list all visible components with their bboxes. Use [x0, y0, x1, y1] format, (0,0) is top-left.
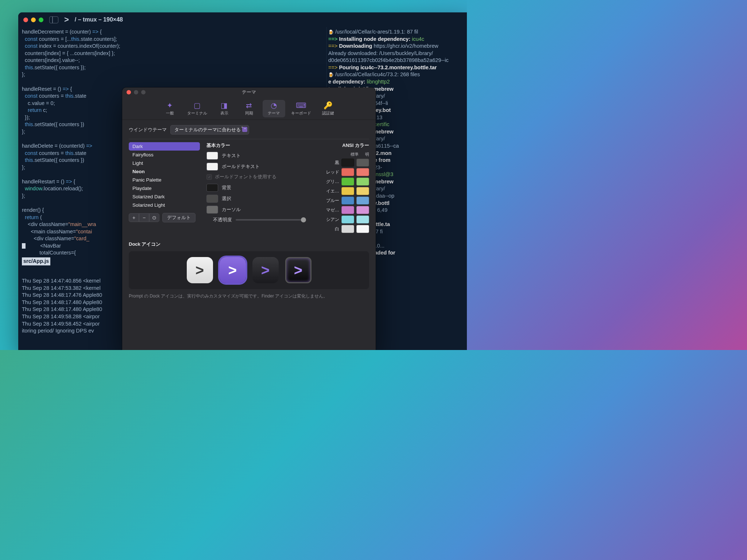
- prefs-title: テーマ: [122, 89, 376, 96]
- basic-colors-heading: 基本カラー: [206, 142, 306, 149]
- prefs-tab-3[interactable]: ⇄同期: [238, 100, 260, 117]
- ansi-swatch[interactable]: [341, 187, 354, 195]
- ansi-swatch[interactable]: [356, 206, 369, 214]
- ansi-swatch[interactable]: [341, 178, 354, 186]
- dock-icon-purple[interactable]: >: [220, 257, 246, 283]
- opacity-slider[interactable]: [236, 219, 306, 221]
- bg-color-swatch[interactable]: [206, 184, 218, 192]
- cursor: [22, 243, 26, 249]
- bold-font-checkbox[interactable]: ✓: [206, 174, 212, 180]
- zoom-button[interactable]: [39, 18, 43, 22]
- cursor-color-swatch[interactable]: [206, 206, 218, 214]
- dock-icon-picker: > > > >: [129, 251, 369, 289]
- ansi-swatch[interactable]: [356, 215, 369, 223]
- default-button[interactable]: デフォルト: [162, 213, 196, 222]
- close-button[interactable]: [23, 18, 28, 22]
- prompt-icon: >: [64, 15, 69, 24]
- dock-icon-keycap[interactable]: >: [285, 257, 311, 283]
- theme-item[interactable]: Solarized Dark: [129, 192, 200, 201]
- ansi-heading: ANSI カラー: [313, 142, 369, 149]
- theme-item[interactable]: Fairyfloss: [129, 151, 200, 159]
- theme-options-button[interactable]: ⊙: [149, 213, 159, 222]
- text-color-swatch[interactable]: [206, 152, 218, 160]
- sidebar-toggle-icon[interactable]: [49, 16, 58, 23]
- minimize-button[interactable]: [31, 18, 36, 22]
- dock-icon-heading: Dock アイコン: [129, 241, 369, 248]
- traffic-lights: [23, 18, 43, 22]
- theme-item[interactable]: Dark: [129, 142, 200, 151]
- prefs-tab-4[interactable]: ◔テーマ: [263, 100, 285, 117]
- bold-color-swatch[interactable]: [206, 163, 218, 171]
- ansi-swatch[interactable]: [356, 168, 369, 176]
- ansi-swatch[interactable]: [341, 225, 354, 233]
- preferences-window: テーマ ✦一般▢ターミナル◨表示⇄同期◔テーマ⌨キーボード🔑認証鍵 ウインドウテ…: [122, 88, 376, 350]
- theme-list[interactable]: DarkFairyflossLightNeonPanic PalettePlay…: [129, 142, 200, 209]
- theme-item[interactable]: Light: [129, 159, 200, 167]
- ansi-swatch[interactable]: [356, 159, 369, 167]
- ansi-swatch[interactable]: [341, 215, 354, 223]
- ansi-swatch[interactable]: [356, 197, 369, 205]
- dock-note: Prompt の Dock アイコンは、実行中のみカスタマイズが可能です。Fin…: [129, 293, 369, 299]
- window-title: / – tmux – 190×48: [75, 16, 123, 23]
- remove-theme-button[interactable]: −: [139, 213, 149, 222]
- dock-icon-light[interactable]: >: [187, 257, 213, 283]
- selection-color-swatch[interactable]: [206, 195, 218, 203]
- prefs-tab-6[interactable]: 🔑認証鍵: [317, 100, 340, 117]
- titlebar: > / – tmux – 190×48: [18, 12, 467, 27]
- theme-item[interactable]: Neon: [129, 167, 200, 176]
- theme-item[interactable]: Panic Palette: [129, 176, 200, 184]
- ansi-swatch[interactable]: [356, 225, 369, 233]
- ansi-swatch[interactable]: [341, 206, 354, 214]
- theme-item[interactable]: Playdate: [129, 184, 200, 192]
- vim-statusbar: src/App.js: [22, 257, 50, 265]
- prefs-tab-0[interactable]: ✦一般: [159, 100, 181, 117]
- ansi-swatch[interactable]: [356, 187, 369, 195]
- prefs-toolbar: ✦一般▢ターミナル◨表示⇄同期◔テーマ⌨キーボード🔑認証鍵: [122, 97, 376, 120]
- window-theme-select[interactable]: ターミナルのテーマに合わせる: [170, 125, 249, 135]
- add-theme-button[interactable]: +: [129, 213, 139, 222]
- ansi-swatch[interactable]: [341, 197, 354, 205]
- ansi-swatch[interactable]: [341, 168, 354, 176]
- ansi-swatch[interactable]: [341, 159, 354, 167]
- theme-item[interactable]: Solarized Light: [129, 201, 200, 209]
- ansi-swatch[interactable]: [356, 178, 369, 186]
- window-theme-label: ウインドウテーマ: [129, 127, 167, 133]
- prefs-tab-2[interactable]: ◨表示: [213, 100, 236, 117]
- prefs-tab-1[interactable]: ▢ターミナル: [183, 100, 211, 117]
- dock-icon-dark[interactable]: >: [252, 257, 279, 283]
- prefs-titlebar: テーマ: [122, 88, 376, 97]
- prefs-tab-5[interactable]: ⌨キーボード: [287, 100, 315, 117]
